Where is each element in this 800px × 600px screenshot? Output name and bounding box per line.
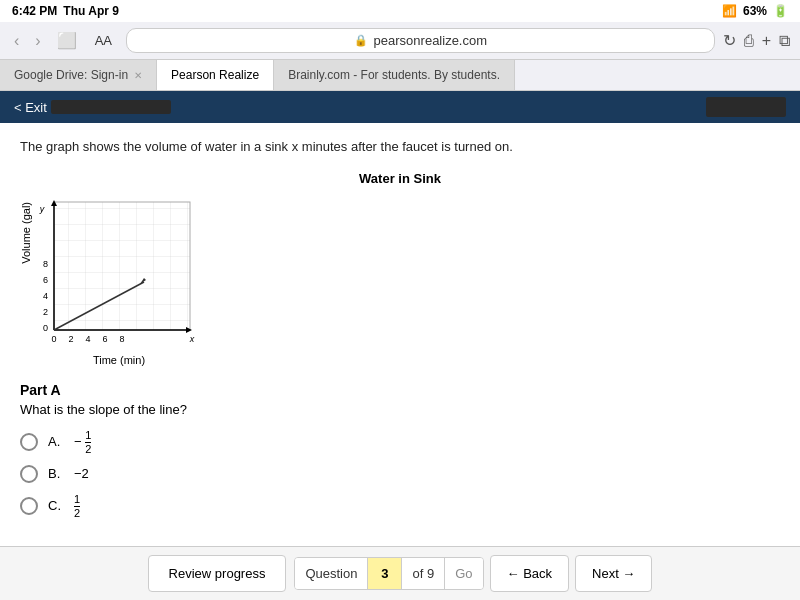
x-axis-label: Time (min) (93, 354, 145, 366)
tabs-overview-button[interactable]: ⧉ (779, 32, 790, 50)
svg-text:8: 8 (43, 259, 48, 269)
tab-close-google[interactable]: ✕ (134, 70, 142, 81)
tab-brainly[interactable]: Brainly.com - For students. By students. (274, 60, 515, 90)
reader-mode-button[interactable]: AA (89, 31, 118, 50)
choice-b-letter: B. (48, 466, 64, 481)
tab-label-google: Google Drive: Sign-in (14, 68, 128, 82)
choice-b-value: −2 (74, 466, 89, 481)
go-button[interactable]: Go (445, 558, 482, 589)
forward-nav-button[interactable]: › (31, 30, 44, 52)
svg-text:x: x (189, 334, 195, 344)
svg-text:0: 0 (51, 334, 56, 344)
graph-container: Water in Sink Volume (gal) (20, 171, 780, 366)
fraction-a: 12 (85, 429, 91, 455)
svg-text:8: 8 (119, 334, 124, 344)
graph-wrap: Volume (gal) (20, 192, 780, 366)
svg-text:2: 2 (68, 334, 73, 344)
next-button[interactable]: Next → (575, 555, 652, 592)
redacted-header-right (706, 97, 786, 117)
question-text: The graph shows the volume of water in a… (20, 137, 780, 157)
review-progress-button[interactable]: Review progress (148, 555, 287, 592)
question-label-text: Question (295, 558, 368, 589)
svg-rect-0 (54, 202, 190, 330)
choice-a-value: − 12 (74, 429, 91, 455)
svg-text:4: 4 (43, 291, 48, 301)
address-bar[interactable]: 🔒 pearsonrealize.com (126, 28, 715, 53)
graph-inner: 0 2 4 6 8 y 0 2 4 6 8 x (34, 192, 204, 366)
tab-overview-button[interactable]: ⬜ (53, 29, 81, 52)
y-axis-label: Volume (gal) (20, 202, 32, 264)
svg-text:6: 6 (43, 275, 48, 285)
choice-c: C. 12 (20, 493, 780, 519)
battery-icon: 🔋 (773, 4, 788, 18)
bottom-nav: Review progress Question 3 of 9 Go ← Bac… (0, 546, 800, 600)
redacted-content (51, 100, 171, 114)
part-a-label: Part A (20, 382, 780, 398)
graph-title: Water in Sink (20, 171, 780, 186)
new-tab-button[interactable]: + (762, 32, 771, 50)
lock-icon: 🔒 (354, 34, 368, 47)
radio-b[interactable] (20, 465, 38, 483)
app-header: < Exit (0, 91, 800, 123)
back-nav-button[interactable]: ‹ (10, 30, 23, 52)
browser-chrome: ‹ › ⬜ AA 🔒 pearsonrealize.com ↻ ⎙ + ⧉ (0, 22, 800, 60)
tab-label-pearson: Pearson Realize (171, 68, 259, 82)
question-of-text: of 9 (402, 558, 445, 589)
svg-text:2: 2 (43, 307, 48, 317)
time: 6:42 PM (12, 4, 57, 18)
choice-c-letter: C. (48, 498, 64, 513)
wifi-icon: 📶 (722, 4, 737, 18)
tab-pearson-realize[interactable]: Pearson Realize (157, 60, 274, 90)
fraction-c: 12 (74, 493, 80, 519)
svg-text:4: 4 (85, 334, 90, 344)
reload-button[interactable]: ↻ (723, 31, 736, 50)
exit-label: < Exit (14, 100, 47, 115)
tab-google-drive[interactable]: Google Drive: Sign-in ✕ (0, 60, 157, 90)
choice-b: B. −2 (20, 465, 780, 483)
tab-label-brainly: Brainly.com - For students. By students. (288, 68, 500, 82)
answer-choices: A. − 12 B. −2 C. 12 D. 2 (20, 429, 780, 528)
part-a-question: What is the slope of the line? (20, 402, 780, 417)
main-content: The graph shows the volume of water in a… (0, 123, 800, 527)
battery-level: 63% (743, 4, 767, 18)
share-button[interactable]: ⎙ (744, 32, 754, 50)
svg-text:y: y (39, 204, 45, 214)
choice-c-value: 12 (74, 493, 80, 519)
choice-a-letter: A. (48, 434, 64, 449)
tab-bar: Google Drive: Sign-in ✕ Pearson Realize … (0, 60, 800, 91)
address-text: pearsonrealize.com (374, 33, 487, 48)
question-nav: Question 3 of 9 Go (294, 557, 483, 590)
graph-svg: 0 2 4 6 8 y 0 2 4 6 8 x (34, 192, 204, 352)
back-button[interactable]: ← Back (490, 555, 570, 592)
svg-text:0: 0 (43, 323, 48, 333)
choice-a: A. − 12 (20, 429, 780, 455)
date: Thu Apr 9 (63, 4, 119, 18)
browser-actions: ↻ ⎙ + ⧉ (723, 31, 790, 50)
question-number-input[interactable]: 3 (368, 558, 402, 589)
radio-c[interactable] (20, 497, 38, 515)
radio-a[interactable] (20, 433, 38, 451)
svg-text:6: 6 (102, 334, 107, 344)
status-bar: 6:42 PM Thu Apr 9 📶 63% 🔋 (0, 0, 800, 22)
exit-button[interactable]: < Exit (14, 100, 171, 115)
